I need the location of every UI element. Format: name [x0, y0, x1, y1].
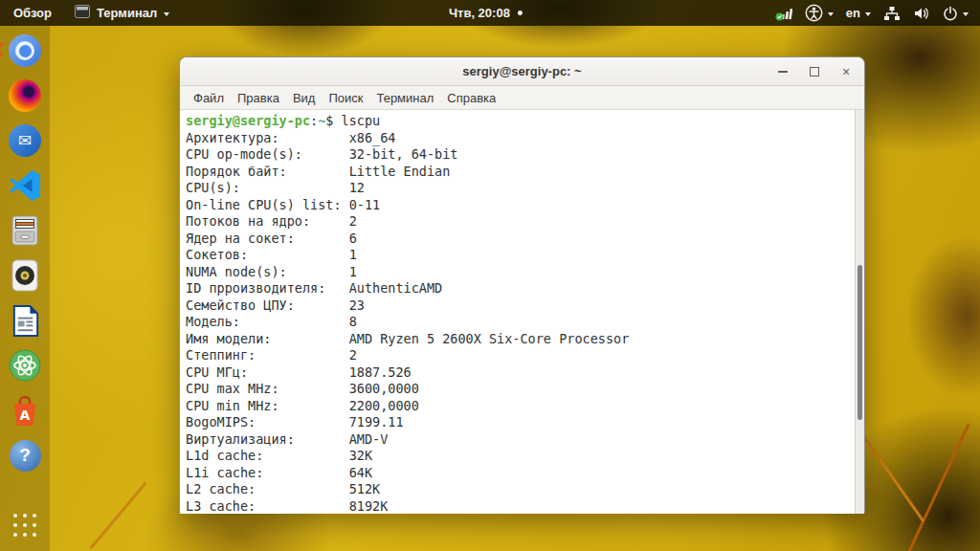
chromium-icon	[9, 34, 41, 67]
show-applications-icon	[13, 514, 36, 537]
menu-item-6[interactable]: Справка	[440, 91, 502, 105]
accessibility-icon	[805, 4, 823, 22]
prompt-separator: :	[310, 113, 318, 128]
leaf-stem	[857, 427, 924, 522]
terminal-line: Порядок байт: Little Endian	[186, 164, 851, 181]
prompt-symbol: $	[325, 113, 341, 128]
terminal-line: L1d cache: 32K	[186, 448, 851, 465]
top-bar: Обзор Терминал Чтв, 20:08	[0, 0, 980, 26]
command-text: lscpu	[342, 113, 381, 128]
terminal-line: L2 cache: 512K	[186, 481, 851, 498]
activities-button[interactable]: Обзор	[0, 0, 65, 26]
speaker-icon	[9, 259, 41, 292]
dock-item-speaker-player[interactable]	[7, 257, 43, 294]
chevron-down-icon	[963, 12, 969, 16]
dock-item-ubuntu-software[interactable]: A	[7, 392, 43, 429]
terminal-line: CPU max MHz: 3600,0000	[186, 381, 851, 398]
clock-button[interactable]: Чтв, 20:08	[449, 0, 523, 26]
clock-label: Чтв, 20:08	[449, 6, 510, 20]
power-icon	[943, 6, 958, 21]
terminal-app-icon	[75, 5, 90, 21]
terminal-line: Виртуализация: AMD-V	[186, 431, 851, 449]
dock-item-chromium[interactable]	[7, 33, 43, 69]
terminal-line: Потоков на ядро: 2	[186, 213, 851, 231]
terminal-line: Архитектура: x86_64	[186, 130, 851, 147]
minimize-button[interactable]	[776, 65, 790, 78]
terminal-prompt-line: sergiy@sergiy-pc:~$ lscpu	[186, 113, 851, 130]
terminal-line: Семейство ЦПУ: 23	[186, 298, 851, 315]
terminal-line: CPU op-mode(s): 32-bit, 64-bit	[186, 146, 851, 164]
terminal-line: BogoMIPS: 7199.11	[186, 414, 851, 431]
libreoffice-writer-icon	[10, 305, 41, 337]
dock: ✉	[0, 26, 50, 551]
terminal-window: sergiy@sergiy-pc: ~ × ФайлПравкаВидПоиск…	[179, 56, 865, 513]
language-label: en	[846, 6, 860, 20]
network-check-icon[interactable]	[775, 0, 792, 26]
svg-text:A: A	[20, 408, 31, 423]
terminal-line: On-line CPU(s) list: 0-11	[186, 197, 851, 214]
dock-item-atom[interactable]	[7, 347, 43, 384]
accessibility-menu[interactable]	[805, 0, 834, 26]
chevron-down-icon	[865, 12, 871, 16]
chevron-down-icon	[164, 12, 169, 16]
terminal-line: Имя модели: AMD Ryzen 5 2600X Six-Core P…	[186, 331, 851, 348]
app-menu-label: Терминал	[97, 6, 157, 20]
system-indicators: en	[775, 0, 980, 26]
help-icon: ?	[10, 440, 41, 472]
dock-item-vscode[interactable]	[7, 167, 43, 204]
dock-item-libreoffice-writer[interactable]	[7, 302, 43, 339]
power-menu[interactable]	[943, 0, 969, 26]
terminal-line: Сокетов: 1	[186, 247, 851, 264]
firefox-icon	[9, 79, 41, 112]
scrollbar[interactable]	[855, 110, 864, 514]
network-wired-icon[interactable]	[883, 0, 901, 26]
dock-item-firefox[interactable]	[7, 77, 43, 114]
window-title: sergiy@sergiy-pc: ~	[462, 64, 581, 78]
prompt-user-host: sergiy@sergiy-pc	[186, 113, 310, 128]
menu-item-3[interactable]: Вид	[286, 91, 323, 105]
show-applications-button[interactable]	[7, 507, 43, 543]
dock-item-help[interactable]: ?	[7, 437, 43, 474]
app-menu-terminal[interactable]: Терминал	[65, 0, 179, 26]
vscode-icon	[9, 169, 41, 202]
menu-item-5[interactable]: Терминал	[369, 91, 440, 105]
language-menu[interactable]: en	[846, 0, 871, 26]
terminal-output[interactable]: sergiy@sergiy-pc:~$ lscpu Архитектура: x…	[180, 110, 864, 514]
file-cabinet-icon	[9, 214, 41, 247]
close-button[interactable]: ×	[839, 65, 853, 78]
menu-item-4[interactable]: Поиск	[322, 91, 369, 105]
thunderbird-icon: ✉	[9, 124, 41, 157]
terminal-line: ID прроизводителя: AuthenticAMD	[186, 280, 851, 298]
maximize-button[interactable]	[808, 65, 821, 78]
window-controls: ×	[776, 57, 853, 85]
terminal-line: CPU МГц: 1887.526	[186, 364, 851, 382]
terminal-line: L3 cache: 8192K	[186, 498, 851, 515]
dock-item-file-cabinet[interactable]	[7, 212, 43, 249]
terminal-line: Степпинг: 2	[186, 347, 851, 364]
terminal-line: CPU(s): 12	[186, 180, 851, 197]
terminal-line: NUMA node(s): 1	[186, 264, 851, 281]
volume-icon[interactable]	[913, 0, 930, 26]
menu-item-1[interactable]: Файл	[187, 91, 231, 105]
terminal-line: Модель: 8	[186, 314, 851, 331]
notification-dot	[518, 11, 523, 15]
atom-icon	[9, 349, 41, 382]
ubuntu-software-icon: A	[9, 394, 41, 427]
window-titlebar[interactable]: sergiy@sergiy-pc: ~ ×	[180, 57, 864, 86]
menu-bar: ФайлПравкаВидПоискТерминалСправка	[180, 86, 864, 110]
menu-item-2[interactable]: Правка	[231, 91, 286, 105]
chevron-down-icon	[828, 12, 834, 16]
terminal-line: Ядер на сокет: 6	[186, 231, 851, 248]
leaf-stem	[89, 482, 146, 550]
leaf-stem	[906, 423, 969, 551]
scrollbar-thumb[interactable]	[858, 265, 862, 420]
terminal-line: L1i cache: 64K	[186, 465, 851, 482]
dock-item-thunderbird[interactable]: ✉	[7, 122, 43, 159]
terminal-line: CPU min MHz: 2200,0000	[186, 398, 851, 415]
